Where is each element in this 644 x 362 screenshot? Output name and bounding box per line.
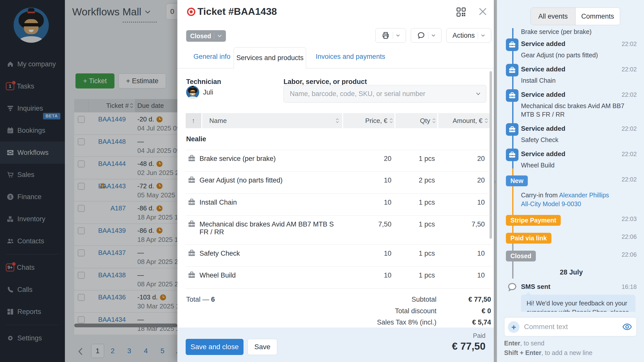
event-new: New 22:02: [521, 175, 637, 186]
service-qty: 1 pcs: [395, 250, 435, 257]
event-detail: Safety Check: [521, 135, 637, 144]
event-stripe-payment: Stripe Payment 22:03: [521, 215, 637, 226]
event-title: Service added: [521, 150, 565, 158]
save-and-close-button[interactable]: Save and close: [186, 339, 244, 355]
event-detail: Mechanical disc brakes Avid AM BB7 MTB S…: [521, 102, 637, 119]
event-title: Service added: [521, 40, 565, 48]
service-price: 7,50: [343, 220, 391, 228]
service-amount: 20: [439, 155, 485, 163]
service-row[interactable]: Mechanical disc brakes Avid AM BB7 MTB S…: [186, 215, 491, 245]
service-briefcase-icon: [187, 249, 196, 257]
sort-icon: [485, 118, 488, 124]
service-briefcase-icon: [187, 154, 196, 163]
event-time: 22:02: [622, 40, 637, 48]
chevron-down-icon: [217, 34, 222, 37]
sort-icon: [336, 118, 339, 124]
tab-general-info[interactable]: General info: [193, 53, 230, 61]
service-row[interactable]: Gear Adjust (no parts fitted)102 pcs20: [186, 171, 491, 194]
chevron-down-icon[interactable]: [476, 92, 480, 96]
print-button[interactable]: [375, 28, 406, 43]
status-badge: Stripe Payment: [506, 215, 561, 226]
service-price: 10: [343, 272, 391, 279]
discount-value: € 0: [443, 307, 491, 315]
comment-box: +: [504, 317, 637, 336]
service-briefcase-icon: [506, 64, 518, 76]
carry-in-detail: Carry-in from Alexander Phillips All-Cit…: [521, 191, 637, 208]
col-price[interactable]: Price, €: [343, 113, 394, 128]
visibility-eye-icon[interactable]: [622, 323, 632, 331]
event-time: 22:02: [622, 66, 637, 73]
asset-link[interactable]: All-City Model 9-0030: [521, 200, 581, 207]
col-qty[interactable]: Qty: [395, 113, 437, 128]
actions-button[interactable]: Actions: [446, 28, 491, 43]
modal-footer: Save and close Save Paid € 77,50: [177, 328, 494, 362]
service-price: 20: [343, 155, 391, 163]
tab-invoices-payments[interactable]: Invoices and payments: [316, 53, 385, 61]
sort-direction-cell[interactable]: ↑: [186, 113, 201, 128]
event-service-added: Service added22:02Safety Check: [521, 125, 637, 144]
tax-value: € 5,74: [443, 319, 491, 326]
attach-plus-icon[interactable]: +: [508, 321, 519, 333]
service-qty: 1 pcs: [395, 199, 435, 206]
event-title: Service added: [521, 91, 565, 98]
event-detail: Brake service (per brake): [521, 28, 637, 35]
product-search-input[interactable]: [290, 85, 466, 102]
total-count: Total — 6: [186, 296, 215, 303]
sort-icon: [389, 118, 393, 124]
service-row[interactable]: Brake service (per brake)201 pcs20: [186, 150, 491, 171]
col-amount[interactable]: Amount, €: [438, 113, 490, 128]
service-amount: 10: [439, 250, 485, 257]
speech-bubble-icon: [417, 31, 425, 39]
service-name: Gear Adjust (no parts fitted): [199, 176, 335, 184]
service-briefcase-icon: [506, 38, 518, 51]
keyboard-hints: Enter, to send Shift + Enter, to add a n…: [504, 338, 592, 357]
services-table: ↑ Name Price, € Qty Amount, € N: [186, 113, 491, 289]
group-header: Nealie: [186, 128, 491, 150]
service-row[interactable]: Install Chain101 pcs10: [186, 194, 491, 215]
qr-code-icon[interactable]: [456, 7, 467, 18]
service-briefcase-icon: [187, 220, 196, 228]
event-service-added: Service added22:02Mechanical disc brakes…: [521, 91, 637, 119]
event-sms-sent: SMS sent 16:18 Hi! We'd love your feedba…: [521, 283, 637, 312]
activity-tabs: All events Comments: [531, 8, 620, 25]
comment-input[interactable]: [524, 318, 617, 336]
tax-label: Sales Tax 8% (incl.): [377, 319, 436, 326]
chevron-down-icon: [396, 34, 400, 37]
event-paid-via-link: Paid via link 22:06: [521, 233, 637, 244]
save-button[interactable]: Save: [248, 339, 277, 355]
paid-value: € 77,50: [452, 341, 486, 352]
paid-label: Paid: [473, 332, 486, 339]
chevron-down-icon: [481, 34, 485, 37]
tab-comments[interactable]: Comments: [576, 8, 620, 25]
technician-label: Technician: [186, 78, 221, 86]
service-qty: 1 pcs: [395, 155, 435, 163]
status-dropdown[interactable]: Closed: [186, 30, 226, 42]
subtotal-label: Subtotal: [412, 296, 436, 303]
service-row[interactable]: Wheel Build101 pcs10: [186, 266, 491, 289]
service-row[interactable]: Safety Check101 pcs10: [186, 245, 491, 266]
service-amount: 10: [439, 272, 485, 279]
service-briefcase-icon: [187, 271, 196, 279]
event-detail: Gear Adjust (no parts fitted): [521, 51, 637, 59]
event-service-added: Service added22:02Gear Adjust (no parts …: [521, 40, 637, 59]
tab-all-events[interactable]: All events: [531, 8, 576, 25]
event-time: 22:02: [622, 91, 637, 98]
close-icon[interactable]: [478, 7, 487, 16]
ticket-status-record-icon: [186, 7, 196, 17]
service-price: 10: [343, 199, 391, 206]
service-briefcase-icon: [506, 149, 518, 161]
col-name[interactable]: Name: [202, 113, 342, 128]
event-service-added: Service added22:02Install Chain: [521, 65, 637, 85]
service-name: Wheel Build: [199, 272, 335, 279]
panel-collapse-icon[interactable]: ›: [494, 177, 496, 186]
status-badge: Paid via link: [506, 233, 551, 244]
event-detail: Install Chain: [521, 76, 637, 85]
ticket-modal: Ticket #BAA1438 Closed Actions G: [177, 0, 494, 362]
printer-icon: [382, 31, 390, 39]
status-badge: Closed: [506, 251, 536, 261]
customer-link[interactable]: Alexander Phillips: [559, 192, 609, 199]
message-button[interactable]: [411, 28, 441, 43]
service-price: 10: [343, 176, 391, 184]
tab-services-products[interactable]: Services and products: [234, 47, 306, 68]
event-detail: Wheel Build: [521, 161, 637, 169]
